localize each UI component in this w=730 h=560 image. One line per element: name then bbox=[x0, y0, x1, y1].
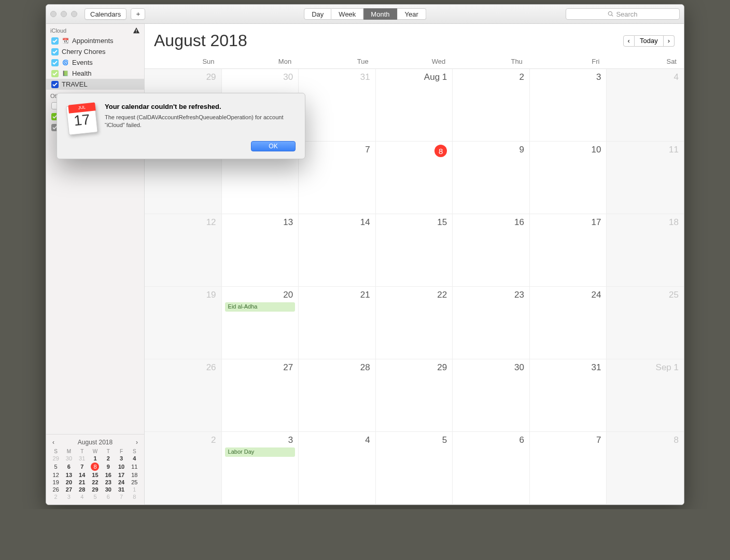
mini-day[interactable]: 5 bbox=[89, 493, 102, 500]
calendar-checkbox[interactable] bbox=[51, 70, 59, 77]
mini-day[interactable]: 7 bbox=[76, 462, 89, 471]
day-cell[interactable]: 24 bbox=[530, 287, 607, 359]
day-cell[interactable]: 26 bbox=[145, 359, 222, 432]
add-button[interactable]: ＋ bbox=[131, 8, 145, 20]
day-cell[interactable]: 11 bbox=[607, 142, 684, 214]
mini-day[interactable]: 30 bbox=[102, 486, 115, 493]
calendar-item[interactable]: TRAVEL bbox=[46, 79, 144, 90]
day-cell[interactable]: 31 bbox=[530, 359, 607, 432]
close-window-icon[interactable] bbox=[50, 11, 57, 17]
ok-button[interactable]: OK bbox=[251, 141, 296, 151]
mini-prev[interactable]: ‹ bbox=[52, 439, 54, 446]
calendar-event[interactable]: Labor Day bbox=[225, 447, 296, 457]
mini-day[interactable]: 4 bbox=[128, 455, 141, 462]
mini-day[interactable]: 29 bbox=[49, 455, 62, 462]
calendar-item[interactable]: 📗Health bbox=[46, 68, 144, 79]
day-cell[interactable]: 2 bbox=[145, 432, 222, 505]
day-cell[interactable]: 19 bbox=[145, 287, 222, 359]
day-cell[interactable]: 2 bbox=[453, 69, 530, 142]
day-cell[interactable]: 12 bbox=[145, 214, 222, 287]
day-cell[interactable]: 25 bbox=[607, 287, 684, 359]
mini-day[interactable]: 27 bbox=[62, 486, 75, 493]
mini-day[interactable]: 25 bbox=[128, 479, 141, 486]
calendar-checkbox[interactable] bbox=[51, 37, 59, 45]
mini-day[interactable]: 22 bbox=[89, 479, 102, 486]
mini-day[interactable]: 6 bbox=[62, 462, 75, 471]
calendar-event[interactable]: Eid al-Adha bbox=[225, 302, 296, 312]
day-cell[interactable]: 4 bbox=[607, 69, 684, 142]
calendar-checkbox[interactable] bbox=[51, 59, 59, 66]
prev-month-button[interactable]: ‹ bbox=[623, 35, 635, 47]
mini-day[interactable]: 31 bbox=[115, 486, 128, 493]
day-cell[interactable]: 23 bbox=[453, 287, 530, 359]
mini-day[interactable]: 1 bbox=[128, 486, 141, 493]
mini-day[interactable]: 3 bbox=[115, 455, 128, 462]
day-cell[interactable]: 31 bbox=[299, 69, 376, 142]
mini-day[interactable]: 1 bbox=[89, 455, 102, 462]
day-cell[interactable]: 6 bbox=[453, 432, 530, 505]
mini-day[interactable]: 29 bbox=[89, 486, 102, 493]
day-cell[interactable]: 3 bbox=[530, 69, 607, 142]
mini-day[interactable]: 19 bbox=[49, 479, 62, 486]
view-day[interactable]: Day bbox=[304, 8, 331, 20]
mini-day[interactable]: 8 bbox=[128, 493, 141, 500]
mini-day[interactable]: 15 bbox=[89, 471, 102, 479]
mini-day[interactable]: 17 bbox=[115, 471, 128, 479]
mini-day[interactable]: 20 bbox=[62, 479, 75, 486]
mini-day[interactable]: 30 bbox=[62, 455, 75, 462]
mini-day[interactable]: 28 bbox=[76, 486, 89, 493]
mini-day[interactable]: 8 bbox=[89, 462, 102, 471]
day-cell[interactable]: Aug 1 bbox=[376, 69, 453, 142]
day-cell[interactable]: Sep 1 bbox=[607, 359, 684, 432]
day-cell[interactable]: 7 bbox=[299, 142, 376, 214]
mini-day[interactable]: 12 bbox=[49, 471, 62, 479]
day-cell[interactable]: 7 bbox=[530, 432, 607, 505]
mini-next[interactable]: › bbox=[136, 439, 138, 446]
day-cell[interactable]: 9 bbox=[453, 142, 530, 214]
mini-day[interactable]: 13 bbox=[62, 471, 75, 479]
day-cell[interactable]: 18 bbox=[607, 214, 684, 287]
day-cell[interactable]: 14 bbox=[299, 214, 376, 287]
today-button[interactable]: Today bbox=[635, 35, 664, 47]
calendar-item[interactable]: 📆Appointments bbox=[46, 35, 144, 46]
calendar-checkbox[interactable] bbox=[51, 81, 59, 88]
day-cell[interactable]: 21 bbox=[299, 287, 376, 359]
day-cell[interactable]: 8 bbox=[376, 142, 453, 214]
view-year[interactable]: Year bbox=[397, 8, 426, 20]
mini-day[interactable]: 7 bbox=[115, 493, 128, 500]
day-cell[interactable]: 22 bbox=[376, 287, 453, 359]
mini-day[interactable]: 21 bbox=[76, 479, 89, 486]
mini-day[interactable]: 31 bbox=[76, 455, 89, 462]
mini-day[interactable]: 18 bbox=[128, 471, 141, 479]
day-cell[interactable]: 15 bbox=[376, 214, 453, 287]
day-cell[interactable]: 27 bbox=[222, 359, 299, 432]
mini-day[interactable]: 2 bbox=[49, 493, 62, 500]
mini-day[interactable]: 24 bbox=[115, 479, 128, 486]
mini-day[interactable]: 11 bbox=[128, 462, 141, 471]
mini-day[interactable]: 23 bbox=[102, 479, 115, 486]
calendars-button[interactable]: Calendars bbox=[85, 8, 127, 20]
day-cell[interactable]: 29 bbox=[376, 359, 453, 432]
day-cell[interactable]: 16 bbox=[453, 214, 530, 287]
day-cell[interactable]: 8 bbox=[607, 432, 684, 505]
day-cell[interactable]: 30 bbox=[453, 359, 530, 432]
mini-day[interactable]: 10 bbox=[115, 462, 128, 471]
day-cell[interactable]: 28 bbox=[299, 359, 376, 432]
next-month-button[interactable]: › bbox=[664, 35, 675, 47]
calendar-item[interactable]: Cherry Chores bbox=[46, 46, 144, 57]
mini-day[interactable]: 26 bbox=[49, 486, 62, 493]
mini-day[interactable]: 4 bbox=[76, 493, 89, 500]
view-week[interactable]: Week bbox=[331, 8, 363, 20]
mini-day[interactable]: 16 bbox=[102, 471, 115, 479]
day-cell[interactable]: 4 bbox=[299, 432, 376, 505]
day-cell[interactable]: 10 bbox=[530, 142, 607, 214]
zoom-window-icon[interactable] bbox=[71, 11, 77, 17]
calendar-checkbox[interactable] bbox=[51, 48, 59, 55]
search-input[interactable]: Search bbox=[566, 8, 680, 20]
mini-day[interactable]: 2 bbox=[102, 455, 115, 462]
calendar-item[interactable]: 🌀Events bbox=[46, 57, 144, 68]
day-cell[interactable]: 13 bbox=[222, 214, 299, 287]
mini-day[interactable]: 14 bbox=[76, 471, 89, 479]
minimize-window-icon[interactable] bbox=[61, 11, 67, 17]
view-month[interactable]: Month bbox=[363, 8, 397, 20]
